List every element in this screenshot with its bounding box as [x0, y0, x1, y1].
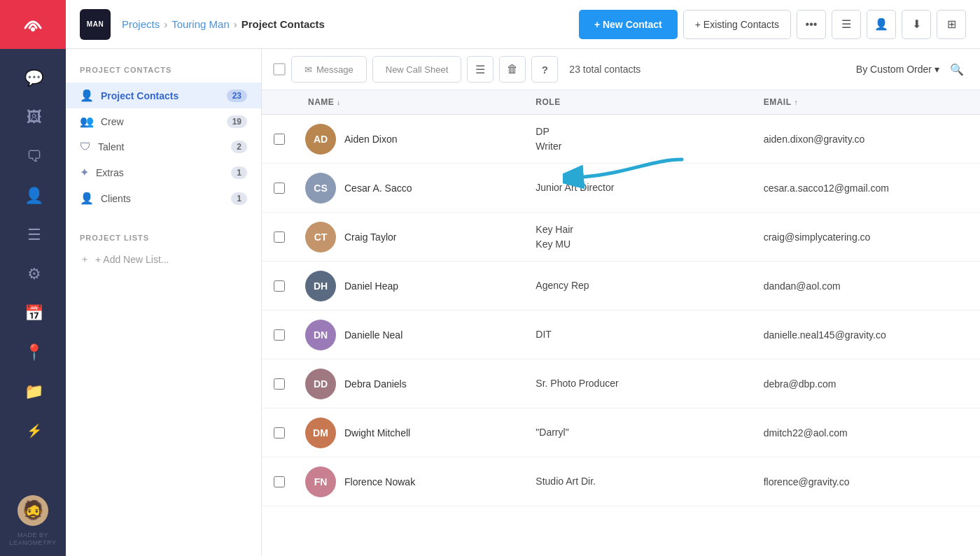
contact-name-2: Cesar A. Sacco: [344, 183, 412, 194]
breadcrumb-sep1: ›: [164, 18, 167, 30]
project-lists-title: PROJECT LISTS: [66, 225, 261, 248]
contact-email-1: aiden.dixon@gravity.co: [752, 128, 980, 150]
avatar-initials-1: AD: [314, 134, 328, 145]
contact-role-8: Studio Art Dir.: [524, 469, 752, 494]
nav-item-messages[interactable]: 💬: [0, 60, 66, 97]
avatar-1: AD: [305, 124, 336, 155]
contact-name-1: Aiden Dixon: [344, 134, 398, 145]
th-role[interactable]: ROLE: [524, 97, 752, 107]
contact-email-5: danielle.neal145@gravity.co: [752, 324, 980, 346]
row-checkbox-2[interactable]: [262, 183, 297, 194]
contact-name-cell-5[interactable]: DN Danielle Neal: [297, 314, 524, 356]
th-name-label: NAME: [308, 97, 334, 107]
nav-item-files[interactable]: 📁: [0, 373, 66, 410]
search-button[interactable]: 🔍: [945, 57, 969, 81]
user-icon-button[interactable]: 👤: [867, 10, 896, 39]
nav-item-boards[interactable]: 🖼: [0, 99, 66, 136]
new-contact-button[interactable]: + New Contact: [579, 10, 678, 39]
nav-items: 💬 🖼 🗨 👤 ☰ ⚙ 📅 📍 📁 ⚡: [0, 49, 66, 495]
help-button[interactable]: ?: [531, 56, 558, 83]
app-logo[interactable]: [0, 0, 66, 49]
avatar-initials-2: CS: [314, 183, 327, 194]
svg-point-1: [31, 27, 35, 31]
nav-item-settings[interactable]: ⚙: [0, 256, 66, 292]
sort-chevron-icon: ▾: [934, 64, 939, 75]
total-contacts-label: 23 total contacts: [569, 64, 640, 75]
add-list-label: + Add New List...: [95, 254, 169, 265]
nav-item-lists[interactable]: ☰: [0, 217, 66, 253]
select-all-checkbox[interactable]: [273, 63, 286, 76]
avatar-initials-4: DH: [314, 280, 328, 292]
checkbox-craig-taylor[interactable]: [274, 231, 285, 243]
contact-email-8: florence@gravity.co: [752, 471, 980, 493]
nav-item-calendar[interactable]: 📅: [0, 295, 66, 332]
avatar-4: DH: [305, 271, 336, 301]
user-avatar[interactable]: 🧔: [18, 495, 48, 526]
sidebar-item-extras[interactable]: ✦ Extras 1: [66, 159, 261, 185]
checkbox-cesar-sacco[interactable]: [274, 183, 285, 194]
sidebar-item-crew[interactable]: 👥 Crew 19: [66, 108, 261, 134]
nav-item-filters[interactable]: ⚡: [0, 413, 66, 449]
add-new-list-button[interactable]: ＋ + Add New List...: [66, 248, 261, 271]
delete-button[interactable]: 🗑: [499, 56, 526, 83]
contact-name-cell-3[interactable]: CT Craig Taylor: [297, 216, 524, 258]
checkbox-dwight-mitchell[interactable]: [274, 427, 285, 439]
checkbox-florence-nowak[interactable]: [274, 476, 285, 487]
checkbox-debra-daniels[interactable]: [274, 378, 285, 390]
download-button[interactable]: ⬇: [902, 10, 931, 39]
new-call-sheet-button[interactable]: New Call Sheet: [372, 56, 462, 83]
avatar-5: DN: [305, 320, 336, 350]
main-content: ✉ Message New Call Sheet ☰ 🗑 ? 23 total …: [262, 49, 980, 556]
breadcrumb-projects[interactable]: Projects: [122, 18, 160, 30]
avatar-initials-8: FN: [314, 476, 328, 487]
row-checkbox-8[interactable]: [262, 476, 297, 487]
add-list-icon: ＋: [80, 253, 90, 266]
row-checkbox-5[interactable]: [262, 329, 297, 341]
checkbox-danielle-neal[interactable]: [274, 329, 285, 341]
checkbox-aiden-dixon[interactable]: [274, 134, 285, 145]
sidebar-item-clients[interactable]: 👤 Clients 1: [66, 185, 261, 211]
contact-name-cell-1[interactable]: AD Aiden Dixon: [297, 118, 524, 160]
more-options-button[interactable]: •••: [797, 10, 826, 39]
contact-name-cell-2[interactable]: CS Cesar A. Sacco: [297, 167, 524, 209]
delete-icon: 🗑: [507, 63, 518, 76]
contact-email-4: dandan@aol.com: [752, 275, 980, 297]
checkbox-daniel-heap[interactable]: [274, 280, 285, 292]
filter-button[interactable]: ☰: [467, 56, 493, 83]
contact-role-6: Sr. Photo Producer: [524, 371, 752, 397]
contact-name-cell-8[interactable]: FN Florence Nowak: [297, 461, 524, 503]
list-view-button[interactable]: ☰: [832, 10, 861, 39]
nav-item-location[interactable]: 📍: [0, 334, 66, 371]
th-email[interactable]: EMAIL ↑: [752, 97, 980, 107]
table-header: NAME ↓ ROLE EMAIL ↑: [262, 90, 980, 115]
th-name[interactable]: NAME ↓: [297, 97, 524, 107]
table-row: DH Daniel Heap Agency Rep dandan@aol.com: [262, 262, 980, 311]
table-row: DM Dwight Mitchell "Darryl" dmitch22@aol…: [262, 408, 980, 457]
contact-name-cell-6[interactable]: DD Debra Daniels: [297, 363, 524, 405]
message-button[interactable]: ✉ Message: [291, 56, 367, 83]
row-checkbox-7[interactable]: [262, 427, 297, 439]
row-checkbox-4[interactable]: [262, 280, 297, 292]
contact-role-7: "Darryl": [524, 420, 752, 445]
nav-item-contacts[interactable]: 👤: [0, 178, 66, 214]
sidebar-item-talent[interactable]: 🛡 Talent 2: [66, 134, 261, 159]
top-header: MAN Projects › Touring Man › Project Con…: [66, 0, 980, 49]
breadcrumb-project[interactable]: Touring Man: [172, 18, 230, 30]
app-nav: 💬 🖼 🗨 👤 ☰ ⚙ 📅 📍 📁 ⚡ 🧔: [0, 0, 66, 556]
contact-name-4: Daniel Heap: [344, 280, 398, 292]
avatar-3: CT: [305, 222, 336, 252]
sidebar-clients-label: Clients: [101, 193, 224, 204]
contact-name-cell-7[interactable]: DM Dwight Mitchell: [297, 412, 524, 454]
th-checkbox: [262, 97, 297, 107]
gallery-button[interactable]: ⊞: [937, 10, 966, 39]
row-checkbox-6[interactable]: [262, 378, 297, 390]
contact-name-cell-4[interactable]: DH Daniel Heap: [297, 265, 524, 307]
contact-role-2: Junior Art Director: [524, 175, 752, 201]
contact-name-7: Dwight Mitchell: [344, 427, 410, 439]
sidebar-item-project-contacts[interactable]: 👤 Project Contacts 23: [66, 83, 261, 108]
existing-contacts-button[interactable]: + Existing Contacts: [683, 10, 791, 39]
sort-control[interactable]: By Custom Order ▾: [856, 64, 939, 75]
nav-item-chat[interactable]: 🗨: [0, 138, 66, 175]
row-checkbox-3[interactable]: [262, 231, 297, 243]
row-checkbox-1[interactable]: [262, 134, 297, 145]
